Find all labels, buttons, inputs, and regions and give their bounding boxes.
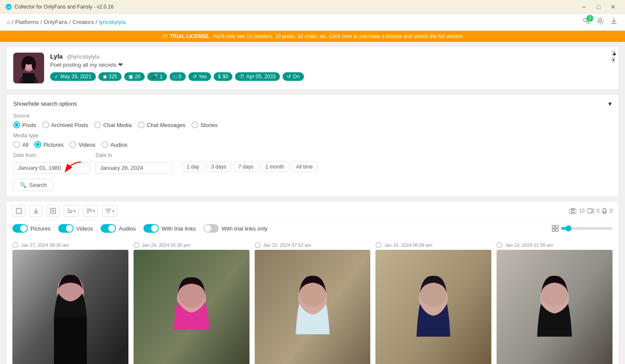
- svg-point-5: [599, 20, 601, 22]
- profile-badges: ✓ May 28, 2021 ◉ 325 ▣ 26 🎤 1 □ 0 ↺ Yes: [50, 72, 612, 81]
- media-select-radio[interactable]: [255, 242, 261, 248]
- breadcrumb-onlyfans[interactable]: OnlyFans: [44, 19, 68, 25]
- thumb-svg-3: @lyricsbylyla: [255, 250, 371, 364]
- scroll-down[interactable]: ▼: [612, 57, 615, 63]
- quick-1month[interactable]: 1 month: [261, 162, 289, 172]
- maximize-button[interactable]: □: [592, 1, 605, 13]
- thumb-svg-4: OnlyFans @lyricsbylyla: [375, 250, 491, 364]
- filter-icon: [105, 208, 111, 214]
- audio-count: 0: [610, 208, 613, 214]
- notifications-button[interactable]: 7: [582, 17, 591, 27]
- toggle-trial-links-switch[interactable]: [143, 224, 159, 233]
- download-selected-button[interactable]: [30, 205, 42, 217]
- quick-1day[interactable]: 1 day: [182, 162, 204, 172]
- source-stories-label: Stories: [200, 122, 217, 128]
- queue-icon: [50, 208, 56, 214]
- badge-audio: 🎤 1: [147, 72, 167, 81]
- settings-button[interactable]: [596, 17, 604, 27]
- type-pictures[interactable]: Pictures: [34, 141, 63, 148]
- filter-button[interactable]: ▾: [102, 205, 117, 217]
- source-posts-label: Posts: [22, 122, 36, 128]
- type-videos[interactable]: Videos: [69, 141, 95, 148]
- download-button[interactable]: [610, 17, 618, 27]
- date-from-input[interactable]: [13, 162, 90, 174]
- profile-scrollbar: ▲ ▼: [612, 50, 615, 63]
- svg-rect-20: [552, 225, 555, 228]
- download-selected-icon: [33, 208, 39, 214]
- toggle-pictures-label: Pictures: [30, 225, 51, 232]
- folder-icon: □: [174, 74, 177, 80]
- type-all[interactable]: All: [13, 141, 28, 148]
- media-select-radio[interactable]: [497, 242, 503, 248]
- toggle-pictures-switch[interactable]: [12, 224, 28, 233]
- source-archived[interactable]: Archived Posts: [42, 121, 89, 128]
- breadcrumb: ⌂ / Platforms / OnlyFans / Creators / ly…: [7, 19, 126, 25]
- close-button[interactable]: ✕: [606, 1, 620, 13]
- add-queue-button[interactable]: [47, 205, 60, 217]
- badge-renew: ↺ On: [283, 72, 304, 81]
- svg-rect-23: [556, 229, 558, 231]
- media-select-radio[interactable]: [375, 242, 381, 248]
- source-chat-media[interactable]: Chat Media: [94, 121, 131, 128]
- quick-alltime[interactable]: All time: [291, 162, 317, 172]
- media-thumbnail[interactable]: OnlyFans @lyricsbylyla: [375, 250, 491, 364]
- toggle-trial-links-only-label: With trial links only: [221, 225, 268, 232]
- like-icon: ↺: [193, 74, 197, 80]
- picture-count: 10: [579, 208, 584, 214]
- chevron-down-icon: ▾: [608, 100, 612, 108]
- search-button[interactable]: 🔍 Search: [13, 179, 53, 191]
- media-select-radio[interactable]: [12, 242, 18, 248]
- date-to-group: Date to: [95, 152, 173, 174]
- scroll-up[interactable]: ▲: [612, 50, 615, 56]
- search-header[interactable]: Show/hide search options ▾: [13, 100, 612, 108]
- trial-text: You'll only see 10 creators, 10 posts, 1…: [212, 33, 463, 39]
- media-date: Jan 13, 2024 01:55 am: [505, 243, 554, 248]
- toggle-trial-links-only-switch[interactable]: [203, 224, 219, 233]
- type-videos-label: Videos: [78, 142, 95, 148]
- source-stories[interactable]: Stories: [191, 121, 217, 128]
- minimize-button[interactable]: ─: [577, 1, 591, 13]
- toggle-trial-links: With trial links: [143, 224, 196, 233]
- breadcrumb-platforms[interactable]: Platforms: [15, 19, 39, 25]
- dollar-icon: $: [218, 74, 221, 80]
- media-thumbnail[interactable]: OnlyFans @lyricsbylyla: [134, 250, 250, 364]
- profile-avatar: [13, 53, 44, 83]
- sort-arrow-2: ▾: [93, 209, 95, 213]
- sort-desc-icon: [86, 208, 92, 214]
- source-posts[interactable]: Posts: [13, 121, 36, 128]
- quick-3days[interactable]: 3 days: [206, 162, 231, 172]
- zoom-thumb[interactable]: [565, 225, 571, 231]
- media-type-label: Media type: [13, 133, 612, 139]
- date-to-label: Date to: [95, 152, 173, 158]
- sort-desc-button[interactable]: ▾: [83, 205, 98, 217]
- date-from-group: Date from: [13, 152, 90, 174]
- media-thumbnail[interactable]: OnlyFans @lyricsbylyla: [12, 250, 128, 364]
- date-from-label: Date from: [13, 152, 90, 158]
- sort-asc-button[interactable]: ▾: [64, 205, 79, 217]
- toggle-videos-label: Videos: [76, 225, 93, 232]
- quick-7days[interactable]: 7 days: [234, 162, 258, 172]
- media-thumbnail[interactable]: @lyricsbylyla: [255, 250, 371, 364]
- svg-text:OF: OF: [6, 5, 12, 9]
- home-icon[interactable]: ⌂: [7, 19, 10, 25]
- date-row: Date from Date to 1 day 3 days 7 days 1 …: [13, 152, 612, 174]
- breadcrumb-sep: /: [12, 19, 14, 25]
- breadcrumb-creators[interactable]: Creators: [72, 19, 94, 25]
- search-title: Show/hide search options: [13, 101, 77, 107]
- list-item: Jan 27, 2024 08:30 am: [12, 242, 128, 364]
- profile-name-row: Lyla @lyricsbylyla: [50, 53, 612, 60]
- source-chat-messages[interactable]: Chat Messages: [138, 121, 185, 128]
- toggle-audios-switch[interactable]: [101, 224, 116, 233]
- badge-posts: ◉ 325: [98, 72, 122, 81]
- date-to-input[interactable]: [95, 162, 173, 174]
- type-audios[interactable]: Audios: [101, 141, 128, 148]
- media-select-radio[interactable]: [134, 242, 140, 248]
- toggle-videos-switch[interactable]: [58, 224, 74, 233]
- type-audios-label: Audios: [110, 142, 128, 148]
- svg-rect-22: [552, 229, 555, 231]
- titlebar: OF Collector for OnlyFans and Fansly - v…: [0, 0, 625, 14]
- media-thumbnail[interactable]: @lyricsbylyla: [497, 250, 613, 364]
- trial-banner[interactable]: 🏷 TRIAL LICENSE. You'll only see 10 crea…: [0, 31, 625, 42]
- select-all-button[interactable]: [12, 205, 25, 217]
- list-item: Jan 16, 2024 06:08 am: [375, 242, 491, 364]
